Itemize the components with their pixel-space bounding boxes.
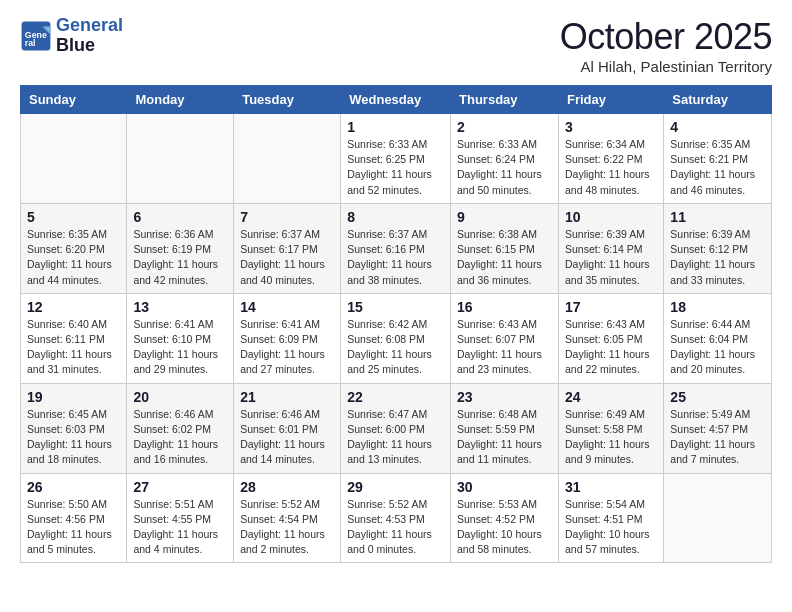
calendar-week-3: 12Sunrise: 6:40 AMSunset: 6:11 PMDayligh… — [21, 293, 772, 383]
day-info: Sunrise: 5:51 AMSunset: 4:55 PMDaylight:… — [133, 497, 227, 558]
day-number: 30 — [457, 479, 552, 495]
weekday-header-row: SundayMondayTuesdayWednesdayThursdayFrid… — [21, 86, 772, 114]
weekday-header-tuesday: Tuesday — [234, 86, 341, 114]
calendar-cell: 30Sunrise: 5:53 AMSunset: 4:52 PMDayligh… — [451, 473, 559, 563]
calendar-cell: 10Sunrise: 6:39 AMSunset: 6:14 PMDayligh… — [558, 203, 663, 293]
calendar-cell: 21Sunrise: 6:46 AMSunset: 6:01 PMDayligh… — [234, 383, 341, 473]
weekday-header-wednesday: Wednesday — [341, 86, 451, 114]
calendar-cell: 15Sunrise: 6:42 AMSunset: 6:08 PMDayligh… — [341, 293, 451, 383]
calendar-cell — [664, 473, 772, 563]
day-number: 1 — [347, 119, 444, 135]
day-number: 15 — [347, 299, 444, 315]
calendar-cell: 29Sunrise: 5:52 AMSunset: 4:53 PMDayligh… — [341, 473, 451, 563]
logo-name: GeneralBlue — [56, 16, 123, 56]
day-number: 16 — [457, 299, 552, 315]
day-info: Sunrise: 5:50 AMSunset: 4:56 PMDaylight:… — [27, 497, 120, 558]
day-number: 7 — [240, 209, 334, 225]
calendar-cell: 4Sunrise: 6:35 AMSunset: 6:21 PMDaylight… — [664, 114, 772, 204]
day-info: Sunrise: 6:41 AMSunset: 6:09 PMDaylight:… — [240, 317, 334, 378]
title-block: October 2025 Al Hilah, Palestinian Terri… — [560, 16, 772, 75]
day-info: Sunrise: 6:37 AMSunset: 6:17 PMDaylight:… — [240, 227, 334, 288]
day-info: Sunrise: 6:47 AMSunset: 6:00 PMDaylight:… — [347, 407, 444, 468]
day-info: Sunrise: 6:36 AMSunset: 6:19 PMDaylight:… — [133, 227, 227, 288]
day-number: 2 — [457, 119, 552, 135]
calendar-week-1: 1Sunrise: 6:33 AMSunset: 6:25 PMDaylight… — [21, 114, 772, 204]
calendar-cell — [21, 114, 127, 204]
weekday-header-sunday: Sunday — [21, 86, 127, 114]
day-number: 29 — [347, 479, 444, 495]
calendar-cell: 31Sunrise: 5:54 AMSunset: 4:51 PMDayligh… — [558, 473, 663, 563]
day-number: 14 — [240, 299, 334, 315]
calendar-cell: 2Sunrise: 6:33 AMSunset: 6:24 PMDaylight… — [451, 114, 559, 204]
calendar-cell: 23Sunrise: 6:48 AMSunset: 5:59 PMDayligh… — [451, 383, 559, 473]
day-number: 18 — [670, 299, 765, 315]
location-title: Al Hilah, Palestinian Territory — [560, 58, 772, 75]
day-number: 13 — [133, 299, 227, 315]
day-number: 10 — [565, 209, 657, 225]
day-number: 24 — [565, 389, 657, 405]
calendar-week-4: 19Sunrise: 6:45 AMSunset: 6:03 PMDayligh… — [21, 383, 772, 473]
day-info: Sunrise: 6:35 AMSunset: 6:20 PMDaylight:… — [27, 227, 120, 288]
day-info: Sunrise: 6:40 AMSunset: 6:11 PMDaylight:… — [27, 317, 120, 378]
day-number: 17 — [565, 299, 657, 315]
calendar-cell: 6Sunrise: 6:36 AMSunset: 6:19 PMDaylight… — [127, 203, 234, 293]
calendar-cell: 24Sunrise: 6:49 AMSunset: 5:58 PMDayligh… — [558, 383, 663, 473]
day-info: Sunrise: 6:44 AMSunset: 6:04 PMDaylight:… — [670, 317, 765, 378]
header: Gene ral GeneralBlue October 2025 Al Hil… — [20, 16, 772, 75]
day-number: 12 — [27, 299, 120, 315]
calendar-cell: 27Sunrise: 5:51 AMSunset: 4:55 PMDayligh… — [127, 473, 234, 563]
day-number: 31 — [565, 479, 657, 495]
day-number: 28 — [240, 479, 334, 495]
day-info: Sunrise: 5:52 AMSunset: 4:54 PMDaylight:… — [240, 497, 334, 558]
day-info: Sunrise: 6:45 AMSunset: 6:03 PMDaylight:… — [27, 407, 120, 468]
weekday-header-friday: Friday — [558, 86, 663, 114]
weekday-header-monday: Monday — [127, 86, 234, 114]
day-info: Sunrise: 6:48 AMSunset: 5:59 PMDaylight:… — [457, 407, 552, 468]
calendar-cell: 25Sunrise: 5:49 AMSunset: 4:57 PMDayligh… — [664, 383, 772, 473]
day-info: Sunrise: 5:49 AMSunset: 4:57 PMDaylight:… — [670, 407, 765, 468]
day-info: Sunrise: 6:49 AMSunset: 5:58 PMDaylight:… — [565, 407, 657, 468]
svg-text:ral: ral — [25, 38, 36, 48]
day-info: Sunrise: 6:33 AMSunset: 6:25 PMDaylight:… — [347, 137, 444, 198]
day-number: 4 — [670, 119, 765, 135]
day-info: Sunrise: 6:34 AMSunset: 6:22 PMDaylight:… — [565, 137, 657, 198]
calendar-cell — [127, 114, 234, 204]
calendar-cell: 18Sunrise: 6:44 AMSunset: 6:04 PMDayligh… — [664, 293, 772, 383]
logo: Gene ral GeneralBlue — [20, 16, 123, 56]
day-number: 11 — [670, 209, 765, 225]
day-number: 27 — [133, 479, 227, 495]
day-number: 20 — [133, 389, 227, 405]
calendar-cell: 9Sunrise: 6:38 AMSunset: 6:15 PMDaylight… — [451, 203, 559, 293]
calendar-cell — [234, 114, 341, 204]
day-info: Sunrise: 6:37 AMSunset: 6:16 PMDaylight:… — [347, 227, 444, 288]
day-info: Sunrise: 6:46 AMSunset: 6:02 PMDaylight:… — [133, 407, 227, 468]
weekday-header-thursday: Thursday — [451, 86, 559, 114]
calendar-week-2: 5Sunrise: 6:35 AMSunset: 6:20 PMDaylight… — [21, 203, 772, 293]
calendar-cell: 22Sunrise: 6:47 AMSunset: 6:00 PMDayligh… — [341, 383, 451, 473]
calendar-cell: 19Sunrise: 6:45 AMSunset: 6:03 PMDayligh… — [21, 383, 127, 473]
day-info: Sunrise: 6:43 AMSunset: 6:05 PMDaylight:… — [565, 317, 657, 378]
day-info: Sunrise: 5:53 AMSunset: 4:52 PMDaylight:… — [457, 497, 552, 558]
day-info: Sunrise: 6:35 AMSunset: 6:21 PMDaylight:… — [670, 137, 765, 198]
day-info: Sunrise: 5:52 AMSunset: 4:53 PMDaylight:… — [347, 497, 444, 558]
day-number: 19 — [27, 389, 120, 405]
calendar-cell: 8Sunrise: 6:37 AMSunset: 6:16 PMDaylight… — [341, 203, 451, 293]
calendar-cell: 3Sunrise: 6:34 AMSunset: 6:22 PMDaylight… — [558, 114, 663, 204]
calendar-cell: 12Sunrise: 6:40 AMSunset: 6:11 PMDayligh… — [21, 293, 127, 383]
calendar-cell: 20Sunrise: 6:46 AMSunset: 6:02 PMDayligh… — [127, 383, 234, 473]
day-info: Sunrise: 6:39 AMSunset: 6:12 PMDaylight:… — [670, 227, 765, 288]
calendar-cell: 26Sunrise: 5:50 AMSunset: 4:56 PMDayligh… — [21, 473, 127, 563]
calendar-table: SundayMondayTuesdayWednesdayThursdayFrid… — [20, 85, 772, 563]
day-info: Sunrise: 6:38 AMSunset: 6:15 PMDaylight:… — [457, 227, 552, 288]
calendar-cell: 14Sunrise: 6:41 AMSunset: 6:09 PMDayligh… — [234, 293, 341, 383]
calendar-cell: 5Sunrise: 6:35 AMSunset: 6:20 PMDaylight… — [21, 203, 127, 293]
day-info: Sunrise: 6:43 AMSunset: 6:07 PMDaylight:… — [457, 317, 552, 378]
day-number: 9 — [457, 209, 552, 225]
day-number: 6 — [133, 209, 227, 225]
day-info: Sunrise: 6:39 AMSunset: 6:14 PMDaylight:… — [565, 227, 657, 288]
calendar-cell: 13Sunrise: 6:41 AMSunset: 6:10 PMDayligh… — [127, 293, 234, 383]
day-number: 23 — [457, 389, 552, 405]
calendar-cell: 7Sunrise: 6:37 AMSunset: 6:17 PMDaylight… — [234, 203, 341, 293]
calendar-cell: 1Sunrise: 6:33 AMSunset: 6:25 PMDaylight… — [341, 114, 451, 204]
day-info: Sunrise: 6:46 AMSunset: 6:01 PMDaylight:… — [240, 407, 334, 468]
